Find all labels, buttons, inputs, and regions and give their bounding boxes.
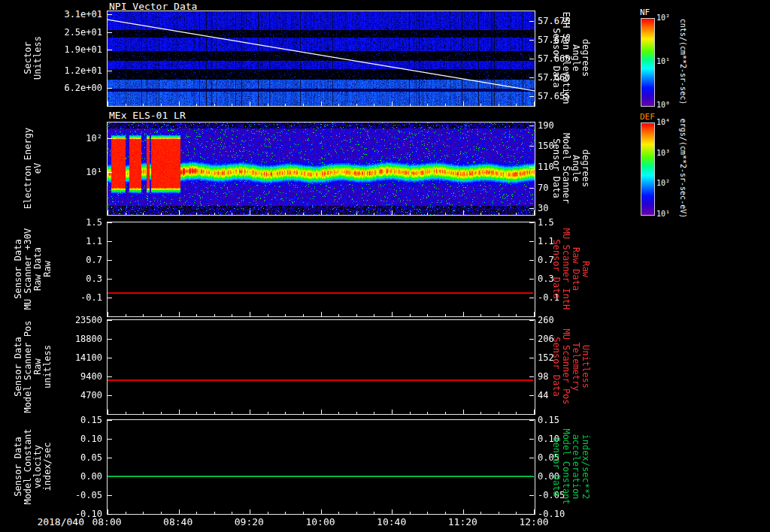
x-tick-mark	[126, 314, 126, 316]
x-tick-mark	[356, 314, 357, 316]
colorbar-tick-label: 10⁴	[656, 118, 682, 127]
x-tick-mark	[196, 314, 197, 316]
x-tick-mark	[480, 104, 481, 106]
right-tick-label: 0.15	[538, 415, 592, 425]
x-tick-mark	[126, 512, 126, 514]
x-tick-mark	[108, 509, 108, 514]
x-tick-mark	[463, 210, 464, 215]
x-tick-mark	[268, 412, 268, 414]
x-tick-mark	[108, 312, 108, 316]
x-tick-mark	[463, 410, 464, 414]
y-tick-mark	[529, 279, 534, 280]
y-tick-mark	[108, 88, 112, 89]
x-tick-mark	[250, 410, 250, 414]
x-tick-mark	[321, 312, 322, 316]
x-tick-mark	[356, 104, 357, 106]
left-tick-label: 10¹	[0, 167, 102, 177]
y-tick-mark	[529, 420, 534, 421]
right-axis-title: degrees Angle ESH Sun Elevation Sensor D…	[551, 12, 590, 104]
x-tick-mark	[321, 210, 322, 215]
x-tick-mark	[374, 314, 374, 316]
x-tick-mark	[338, 213, 339, 215]
x-tick-mark	[214, 314, 215, 316]
x-tick-mark	[534, 210, 535, 215]
x-tick-mark	[143, 314, 144, 316]
x-tick-mark	[126, 213, 126, 215]
x-tick-mark	[196, 213, 197, 215]
left-axis-title: Sensor Data Model Constant velocity inde…	[14, 428, 53, 504]
x-tick-mark	[410, 314, 411, 316]
y-tick-mark	[108, 358, 112, 358]
y-tick-mark	[529, 222, 534, 223]
x-tick-mark	[285, 104, 286, 106]
y-tick-mark	[108, 514, 112, 515]
x-tick-mark	[232, 104, 232, 106]
right-axis-title: Unitless Telemetry MU Scanner Pos Sensor…	[551, 328, 590, 404]
x-tick-mark	[534, 509, 535, 514]
y-tick-mark	[529, 358, 534, 358]
model-constant-data-line	[108, 476, 533, 477]
x-tick-mark	[303, 412, 304, 414]
mu-scanner-30v-line-panel	[107, 222, 535, 317]
y-tick-mark	[529, 339, 534, 340]
y-tick-mark	[108, 241, 112, 242]
npi-spectrogram-panel	[107, 11, 535, 107]
x-axis-time-label: 12:00	[510, 516, 558, 527]
x-tick-mark	[179, 509, 180, 514]
x-axis-time-label: 11:20	[438, 516, 487, 527]
y-tick-mark	[529, 40, 534, 41]
x-tick-mark	[427, 314, 428, 316]
left-tick-label: 10²	[0, 133, 102, 144]
x-tick-mark	[321, 101, 322, 106]
x-tick-mark	[427, 412, 428, 414]
x-tick-mark	[499, 104, 499, 106]
x-tick-mark	[427, 213, 428, 215]
x-tick-mark	[516, 213, 517, 215]
nf-colorbar	[641, 18, 655, 107]
x-axis-time-label: 08:40	[154, 516, 202, 527]
right-tick-label: 30	[538, 203, 592, 213]
x-tick-mark	[232, 412, 232, 414]
x-tick-mark	[338, 512, 339, 514]
x-tick-mark	[480, 412, 481, 414]
x-tick-mark	[356, 412, 357, 414]
x-tick-mark	[250, 210, 250, 215]
y-tick-mark	[529, 77, 534, 78]
left-tick-label: 2.5e+01	[0, 27, 102, 38]
x-tick-mark	[392, 101, 393, 106]
x-tick-mark	[338, 412, 339, 414]
x-tick-mark	[392, 312, 393, 316]
x-tick-mark	[285, 512, 286, 514]
y-tick-mark	[529, 320, 534, 321]
x-tick-mark	[268, 104, 268, 106]
y-tick-mark	[529, 495, 534, 496]
x-tick-mark	[463, 312, 464, 316]
y-tick-mark	[529, 21, 534, 22]
x-tick-mark	[516, 314, 517, 316]
y-tick-mark	[529, 514, 534, 515]
y-tick-mark	[529, 260, 534, 261]
x-tick-mark	[196, 412, 197, 414]
x-tick-mark	[410, 213, 411, 215]
x-tick-mark	[463, 509, 464, 514]
x-tick-mark	[285, 314, 286, 316]
left-axis-title: Sensor Data MU Scanner +30V Raw Data Raw	[14, 228, 53, 309]
y-tick-mark	[529, 241, 534, 242]
y-tick-mark	[108, 395, 112, 396]
x-tick-mark	[321, 410, 322, 414]
x-tick-mark	[427, 104, 428, 106]
x-tick-mark	[338, 314, 339, 316]
y-tick-mark	[108, 339, 112, 340]
x-tick-mark	[410, 512, 411, 514]
nf-colorbar-title: NF	[640, 8, 650, 17]
x-tick-mark	[303, 104, 304, 106]
y-tick-mark	[108, 495, 112, 496]
y-tick-mark	[529, 395, 534, 396]
x-tick-mark	[499, 412, 499, 414]
x-tick-mark	[392, 210, 393, 215]
x-tick-mark	[303, 213, 304, 215]
x-tick-mark	[427, 512, 428, 514]
x-tick-mark	[499, 213, 499, 215]
y-tick-mark	[529, 125, 534, 126]
x-tick-mark	[232, 512, 232, 514]
